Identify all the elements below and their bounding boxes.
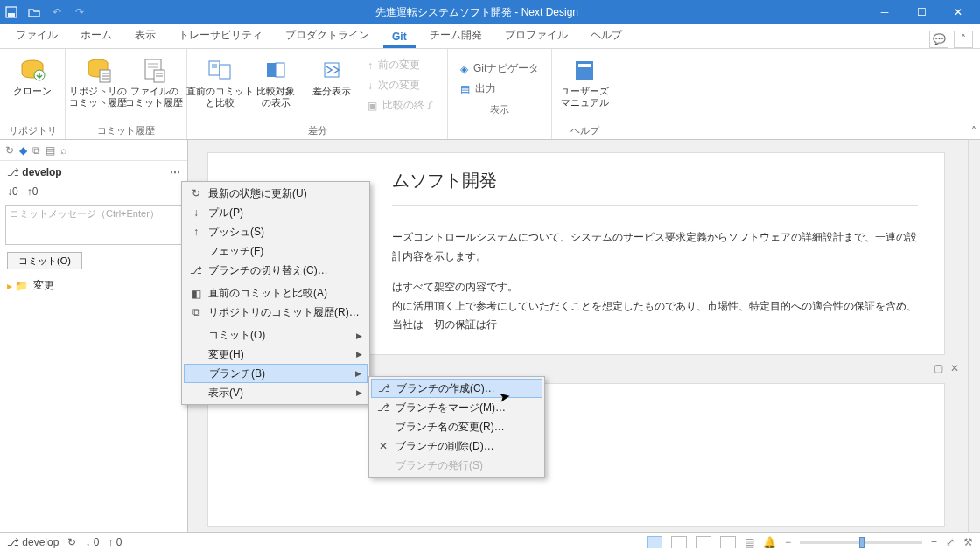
- menu-item-icon: ✕: [376, 440, 390, 452]
- clone-button[interactable]: クローン: [5, 52, 60, 122]
- zoom-out-icon[interactable]: −: [785, 536, 791, 548]
- vertical-scrollbar[interactable]: [968, 140, 980, 532]
- maximize-button[interactable]: ☐: [903, 0, 940, 24]
- ribbon-expand-icon[interactable]: ˄: [971, 125, 976, 137]
- menu-item-label: ブランチの削除(D)…: [396, 439, 494, 454]
- menu-item-icon: ◧: [189, 288, 203, 300]
- context-menu: ↻最新の状態に更新(U)↓プル(P)↑プッシュ(S)フェッチ(F)⎇ブランチの切…: [181, 181, 370, 405]
- context-menu-item[interactable]: ⧉リポジトリのコミット履歴(R)…: [184, 303, 368, 322]
- context-menu-item[interactable]: フェッチ(F): [184, 241, 368, 261]
- redo-icon[interactable]: ↷: [72, 4, 88, 20]
- context-menu-item[interactable]: ⎇ブランチの切り替え(C)…: [184, 261, 368, 280]
- current-branch[interactable]: develop: [22, 166, 61, 178]
- fit-icon[interactable]: ⤢: [946, 536, 955, 548]
- commit-button[interactable]: コミット(O): [7, 252, 82, 269]
- menu-item-icon: ↓: [189, 206, 203, 219]
- refresh-icon[interactable]: ↻: [5, 144, 14, 157]
- context-menu-item[interactable]: 変更(H)▶: [184, 345, 368, 364]
- compare-target-button[interactable]: 比較対象 の表示: [248, 52, 303, 122]
- commit-message-input[interactable]: コミットメッセージ（Ctrl+Enter）: [5, 205, 182, 245]
- stash-icon[interactable]: ⧉: [32, 144, 40, 157]
- submenu-item: ブランチの発行(S): [371, 456, 542, 475]
- collapse-ribbon-icon[interactable]: ˄: [954, 31, 973, 48]
- history-icon[interactable]: ▤: [46, 144, 55, 157]
- tab-file[interactable]: ファイル: [7, 24, 66, 48]
- context-menu-item[interactable]: ↻最新の状態に更新(U): [184, 184, 368, 203]
- zoom-in-icon[interactable]: +: [931, 536, 937, 548]
- diff-view-button[interactable]: 差分表示: [304, 52, 359, 122]
- status-branch[interactable]: ⎇ develop: [7, 536, 59, 548]
- tab-help[interactable]: ヘルプ: [582, 24, 631, 48]
- submenu-item[interactable]: ⎇ブランチをマージ(M)…: [371, 398, 542, 417]
- tab-view[interactable]: 表示: [126, 24, 164, 48]
- tab-traceability[interactable]: トレーサビリティ: [170, 24, 271, 48]
- menu-item-label: ブランチの発行(S): [396, 458, 483, 473]
- status-incoming: ↓ 0: [85, 536, 99, 548]
- status-bar: ⎇ develop ↻ ↓ 0 ↑ 0 ▤ 🔔 − + ⤢ ⚒: [0, 532, 980, 551]
- view-mode-1[interactable]: [647, 536, 662, 548]
- down-arrow-icon: ↓: [368, 80, 373, 92]
- panel-maximize-icon[interactable]: ▢: [934, 362, 943, 374]
- open-icon[interactable]: [26, 4, 42, 20]
- compare-last-commit-button[interactable]: 直前のコミット と比較: [192, 52, 247, 122]
- manual-button[interactable]: ユーザーズ マニュアル: [557, 52, 612, 122]
- panel-close-icon[interactable]: ✕: [950, 362, 959, 374]
- doc-title: ムソフト開発: [392, 169, 918, 192]
- output-button[interactable]: ▤出力: [457, 80, 542, 98]
- up-arrow-icon: ↑: [368, 59, 373, 72]
- repo-history-button[interactable]: リポジトリの コミット履歴: [71, 52, 125, 122]
- filter-icon[interactable]: ⌕: [60, 144, 66, 157]
- submenu-item[interactable]: ブランチ名の変更(R)…: [371, 417, 542, 436]
- submenu-arrow-icon: ▶: [355, 369, 361, 378]
- context-menu-item[interactable]: ◧直前のコミットと比較(A): [184, 282, 368, 303]
- settings-icon[interactable]: ⚒: [963, 536, 973, 548]
- zoom-slider[interactable]: [800, 541, 922, 544]
- chat-icon[interactable]: 💬: [929, 31, 948, 48]
- close-button[interactable]: ✕: [940, 0, 976, 24]
- context-menu-item[interactable]: ブランチ(B)▶: [184, 364, 368, 383]
- submenu-item[interactable]: ⎇ブランチの作成(C)…: [371, 379, 542, 398]
- svg-rect-1: [8, 13, 15, 17]
- save-icon[interactable]: [4, 4, 19, 20]
- svg-rect-19: [267, 63, 276, 77]
- submenu-arrow-icon: ▶: [356, 350, 362, 359]
- view-mode-4[interactable]: [720, 536, 736, 548]
- branch-view-icon[interactable]: ◆: [19, 144, 27, 157]
- prev-change-button[interactable]: ↑前の変更: [364, 56, 438, 74]
- git-navigator-button[interactable]: ◈Gitナビゲータ: [457, 59, 542, 78]
- view-mode-2[interactable]: [671, 536, 687, 548]
- undo-icon[interactable]: ↶: [49, 4, 65, 20]
- tab-git[interactable]: Git: [383, 27, 416, 48]
- submenu-arrow-icon: ▶: [356, 331, 362, 340]
- stop-icon: ▣: [368, 100, 377, 112]
- end-compare-button[interactable]: ▣比較の終了: [364, 96, 438, 115]
- menu-item-label: ブランチ名の変更(R)…: [396, 420, 505, 435]
- notif-icon[interactable]: 🔔: [763, 536, 776, 548]
- menu-item-label: 最新の状態に更新(U): [208, 186, 307, 201]
- tab-team[interactable]: チーム開発: [421, 24, 491, 48]
- changes-node[interactable]: ▸ 📁変更: [0, 275, 187, 296]
- status-sync-icon[interactable]: ↻: [67, 536, 76, 548]
- tab-productline[interactable]: プロダクトライン: [276, 24, 378, 48]
- tab-home[interactable]: ホーム: [72, 24, 121, 48]
- submenu-item[interactable]: ✕ブランチの削除(D)…: [371, 436, 542, 456]
- next-change-button[interactable]: ↓次の変更: [364, 76, 438, 94]
- view-mode-3[interactable]: [696, 536, 711, 548]
- menu-item-label: フェッチ(F): [208, 244, 263, 259]
- minimize-button[interactable]: ─: [866, 0, 903, 24]
- status-outgoing: ↑ 0: [108, 536, 122, 548]
- layers-icon[interactable]: ▤: [745, 536, 754, 548]
- menu-item-icon: ⧉: [189, 306, 203, 318]
- doc-p3: 的に活用頂く上で参考にしていただくことを想定したものであり、市場性、特定目的への…: [392, 297, 918, 335]
- menu-item-label: 表示(V): [208, 386, 243, 401]
- menu-item-icon: ⎇: [376, 401, 390, 414]
- context-menu-item[interactable]: コミット(O)▶: [184, 324, 368, 345]
- more-icon[interactable]: ⋯: [170, 166, 180, 178]
- context-menu-item[interactable]: ↑プッシュ(S): [184, 222, 368, 241]
- tab-profile[interactable]: プロファイル: [496, 24, 577, 48]
- context-menu-item[interactable]: ↓プル(P): [184, 203, 368, 222]
- menu-item-icon: ↻: [189, 187, 203, 199]
- menu-item-label: 直前のコミットと比較(A): [208, 286, 327, 301]
- context-menu-item[interactable]: 表示(V)▶: [184, 383, 368, 402]
- file-history-button[interactable]: ファイルの コミット履歴: [127, 52, 181, 122]
